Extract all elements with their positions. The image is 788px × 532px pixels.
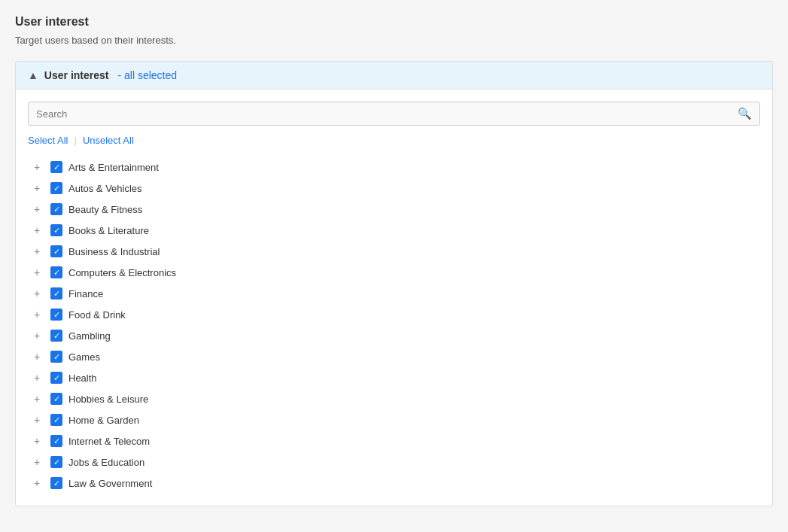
list-item: +Internet & Telecom — [28, 430, 757, 451]
page-title: User interest — [15, 15, 773, 29]
search-bar: 🔍 — [28, 102, 760, 126]
expand-btn[interactable]: + — [34, 309, 46, 321]
checkbox-icon[interactable] — [50, 266, 62, 278]
item-label: Business & Industrial — [68, 246, 160, 257]
item-label: Games — [68, 351, 100, 363]
list-item: +Games — [28, 346, 757, 367]
expand-btn[interactable]: + — [34, 477, 46, 489]
item-label: Hobbies & Leisure — [68, 394, 148, 405]
item-label: Food & Drink — [68, 309, 126, 321]
list-item: +Gambling — [28, 325, 757, 346]
expand-btn[interactable]: + — [34, 287, 46, 299]
list-item: +Books & Literature — [28, 220, 757, 241]
list-item: +Autos & Vehicles — [28, 178, 757, 199]
checkbox-icon[interactable] — [50, 435, 62, 447]
item-label: Beauty & Fitness — [68, 204, 142, 215]
checkbox-icon[interactable] — [50, 224, 62, 236]
checkbox-icon[interactable] — [50, 456, 62, 468]
item-label: Computers & Electronics — [68, 267, 176, 278]
checkbox-icon[interactable] — [50, 161, 62, 173]
page-subtitle: Target users based on their interests. — [15, 35, 773, 46]
expand-btn[interactable]: + — [34, 393, 46, 405]
item-label: Gambling — [68, 330, 111, 342]
checkbox-icon[interactable] — [50, 372, 62, 384]
search-input[interactable] — [36, 108, 738, 120]
list-item: +Arts & Entertainment — [28, 157, 757, 178]
expand-btn[interactable]: + — [34, 182, 46, 194]
interests-list[interactable]: +Arts & Entertainment+Autos & Vehicles+B… — [28, 157, 760, 494]
expand-btn[interactable]: + — [34, 330, 46, 342]
list-item: +Home & Garden — [28, 409, 757, 430]
expand-btn[interactable]: + — [34, 266, 46, 278]
item-label: Jobs & Education — [68, 457, 145, 468]
section-header: ▲ User interest - all selected — [16, 62, 772, 90]
list-item: +Health — [28, 367, 757, 388]
action-links: Select All | Unselect All — [28, 135, 760, 146]
checkbox-icon[interactable] — [50, 351, 62, 363]
expand-btn[interactable]: + — [34, 456, 46, 468]
item-label: Arts & Entertainment — [68, 162, 159, 173]
list-item: +Food & Drink — [28, 304, 757, 325]
checkbox-icon[interactable] — [50, 287, 62, 299]
search-icon: 🔍 — [738, 107, 752, 120]
collapse-icon[interactable]: ▲ — [28, 69, 38, 81]
list-item: +Computers & Electronics — [28, 262, 757, 283]
unselect-all-link[interactable]: Unselect All — [83, 135, 134, 146]
expand-btn[interactable]: + — [34, 161, 46, 173]
expand-btn[interactable]: + — [34, 351, 46, 363]
checkbox-icon[interactable] — [50, 203, 62, 215]
list-item: +Law & Government — [28, 473, 757, 494]
item-label: Books & Literature — [68, 225, 149, 236]
expand-btn[interactable]: + — [34, 414, 46, 426]
section-header-title: User interest — [44, 69, 109, 81]
expand-btn[interactable]: + — [34, 245, 46, 257]
item-label: Health — [68, 372, 97, 384]
checkbox-icon[interactable] — [50, 330, 62, 342]
expand-btn[interactable]: + — [34, 372, 46, 384]
section-panel: ▲ User interest - all selected 🔍 Select … — [15, 61, 773, 506]
checkbox-icon[interactable] — [50, 182, 62, 194]
item-label: Internet & Telecom — [68, 436, 150, 447]
section-body: 🔍 Select All | Unselect All +Arts & Ente… — [16, 90, 772, 506]
list-item: +Beauty & Fitness — [28, 199, 757, 220]
item-label: Autos & Vehicles — [68, 183, 142, 194]
list-item: +Jobs & Education — [28, 451, 757, 473]
checkbox-icon[interactable] — [50, 393, 62, 405]
expand-btn[interactable]: + — [34, 224, 46, 236]
checkbox-icon[interactable] — [50, 477, 62, 489]
item-label: Law & Government — [68, 478, 152, 489]
checkbox-icon[interactable] — [50, 245, 62, 257]
checkbox-icon[interactable] — [50, 309, 62, 321]
item-label: Finance — [68, 288, 103, 299]
expand-btn[interactable]: + — [34, 435, 46, 447]
section-header-status: - all selected — [117, 69, 177, 81]
expand-btn[interactable]: + — [34, 203, 46, 215]
list-item: +Finance — [28, 283, 757, 304]
list-item: +Business & Industrial — [28, 241, 757, 262]
item-label: Home & Garden — [68, 415, 139, 426]
action-separator: | — [74, 135, 76, 146]
list-item: +Hobbies & Leisure — [28, 388, 757, 409]
checkbox-icon[interactable] — [50, 414, 62, 426]
select-all-link[interactable]: Select All — [28, 135, 68, 146]
